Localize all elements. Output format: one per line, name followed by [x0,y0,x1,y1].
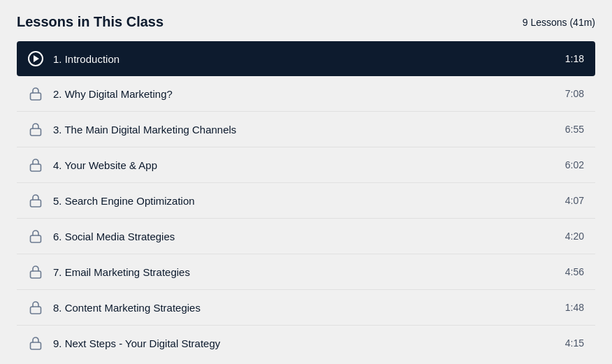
lesson-left: 9. Next Steps - Your Digital Strategy [28,335,220,351]
lesson-duration: 1:18 [565,53,584,64]
lesson-left: 1. Introduction [28,51,119,66]
lesson-left: 2. Why Digital Marketing? [28,86,173,101]
svg-rect-7 [31,342,41,349]
lesson-title: 1. Introduction [53,53,119,65]
svg-rect-2 [31,164,41,171]
play-icon [28,51,43,66]
svg-rect-5 [31,271,41,278]
svg-rect-6 [31,307,41,314]
svg-rect-4 [31,235,41,242]
page-title: Lessons in This Class [17,14,163,30]
lesson-title: 4. Your Website & App [53,159,157,171]
lock-icon [28,157,43,173]
lesson-item[interactable]: 6. Social Media Strategies4:20 [17,219,595,254]
lesson-duration: 6:02 [565,159,584,170]
lesson-item[interactable]: 8. Content Marketing Strategies1:48 [17,290,595,326]
svg-rect-1 [31,129,41,136]
lesson-title: 9. Next Steps - Your Digital Strategy [53,337,220,349]
lesson-duration: 1:48 [565,302,584,313]
lesson-left: 8. Content Marketing Strategies [28,300,201,315]
lesson-title: 2. Why Digital Marketing? [53,88,173,100]
lesson-item[interactable]: 4. Your Website & App6:02 [17,147,595,183]
lesson-title: 7. Email Marketing Strategies [53,266,190,278]
lock-icon [28,300,43,315]
svg-rect-0 [31,93,41,100]
lessons-meta: 9 Lessons (41m) [523,17,595,28]
lesson-title: 6. Social Media Strategies [53,231,175,242]
lesson-duration: 4:20 [565,231,584,242]
lesson-left: 3. The Main Digital Marketing Channels [28,122,236,137]
lock-icon [28,335,43,351]
lesson-item[interactable]: 2. Why Digital Marketing?7:08 [17,76,595,112]
lesson-left: 4. Your Website & App [28,157,157,173]
lesson-duration: 6:55 [565,124,584,135]
lesson-item[interactable]: 5. Search Engine Optimization4:07 [17,183,595,219]
lock-icon [28,86,43,101]
lock-icon [28,122,43,137]
lessons-list: 1. Introduction1:18 2. Why Digital Marke… [17,41,595,361]
lesson-item[interactable]: 7. Email Marketing Strategies4:56 [17,254,595,290]
lesson-title: 8. Content Marketing Strategies [53,302,201,314]
svg-rect-3 [31,200,41,207]
lock-icon [28,264,43,279]
lesson-left: 5. Search Engine Optimization [28,193,195,208]
lesson-title: 5. Search Engine Optimization [53,195,195,207]
lesson-duration: 4:07 [565,195,584,206]
lesson-duration: 4:15 [565,337,584,349]
lock-icon [28,228,43,244]
lesson-item[interactable]: 9. Next Steps - Your Digital Strategy4:1… [17,326,595,361]
lessons-header: Lessons in This Class 9 Lessons (41m) [17,14,595,30]
lesson-duration: 4:56 [565,266,584,277]
lesson-duration: 7:08 [565,88,584,99]
lesson-left: 6. Social Media Strategies [28,228,175,244]
lesson-left: 7. Email Marketing Strategies [28,264,190,279]
lesson-title: 3. The Main Digital Marketing Channels [53,124,236,136]
lock-icon [28,193,43,208]
lesson-item[interactable]: 1. Introduction1:18 [17,41,595,76]
lessons-container: Lessons in This Class 9 Lessons (41m) 1.… [0,0,612,364]
lesson-item[interactable]: 3. The Main Digital Marketing Channels6:… [17,112,595,147]
